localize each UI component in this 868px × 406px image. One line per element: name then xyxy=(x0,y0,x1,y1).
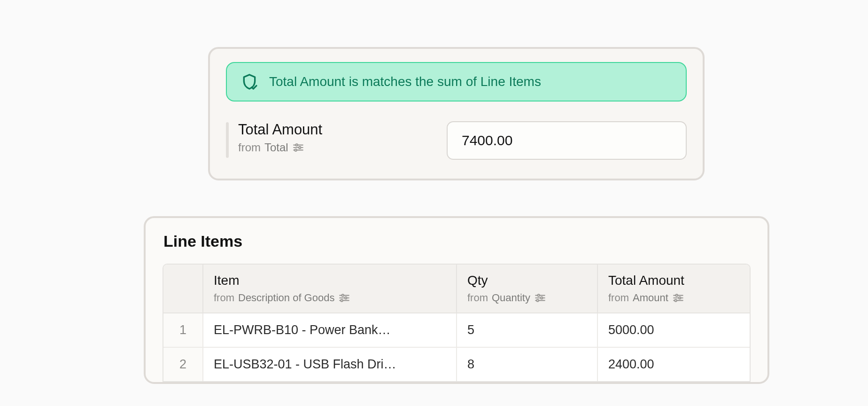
source-name: Amount xyxy=(633,292,668,304)
total-amount-input[interactable] xyxy=(447,121,687,160)
line-items-table: Item from Description of Goods xyxy=(163,264,751,382)
total-amount-label: Total Amount xyxy=(238,121,322,138)
cell-item[interactable]: EL-USB32-01 - USB Flash Dri… xyxy=(203,347,457,381)
svg-point-7 xyxy=(342,294,344,296)
svg-point-3 xyxy=(299,147,301,148)
total-card: Total Amount is matches the sum of Line … xyxy=(208,47,705,180)
svg-point-1 xyxy=(295,144,297,146)
col-header-item: Item from Description of Goods xyxy=(203,265,457,313)
col-header-amount: Total Amount from Amount xyxy=(597,265,750,313)
source-prefix: from xyxy=(467,292,488,304)
cell-qty[interactable]: 5 xyxy=(457,313,597,347)
total-amount-source[interactable]: from Total xyxy=(238,141,322,154)
cell-amount[interactable]: 2400.00 xyxy=(597,347,750,381)
svg-point-13 xyxy=(538,294,540,296)
col-title-amount: Total Amount xyxy=(608,273,739,288)
row-index: 1 xyxy=(163,313,203,347)
svg-point-15 xyxy=(541,297,542,299)
cell-amount[interactable]: 5000.00 xyxy=(597,313,750,347)
col-source-qty[interactable]: from Quantity xyxy=(467,292,587,304)
source-name: Quantity xyxy=(492,292,530,304)
svg-point-11 xyxy=(341,299,343,301)
validation-message: Total Amount is matches the sum of Line … xyxy=(269,74,541,89)
sliders-icon xyxy=(292,141,304,154)
table-row[interactable]: 1 EL-PWRB-B10 - Power Bank… 5 5000.00 xyxy=(163,313,750,347)
svg-point-5 xyxy=(294,149,296,151)
col-source-amount[interactable]: from Amount xyxy=(608,292,739,304)
validation-alert: Total Amount is matches the sum of Line … xyxy=(226,62,687,102)
svg-point-19 xyxy=(675,294,677,296)
source-name: Total xyxy=(264,141,288,154)
col-header-qty: Qty from Quantity xyxy=(457,265,597,313)
line-items-card: Line Items Item from Description of Good… xyxy=(144,216,769,384)
row-index: 2 xyxy=(163,347,203,381)
col-title-item: Item xyxy=(214,273,446,288)
col-source-item[interactable]: from Description of Goods xyxy=(214,292,446,304)
svg-point-23 xyxy=(674,299,676,301)
total-amount-field: Total Amount from Total xyxy=(226,121,687,160)
sliders-icon xyxy=(672,292,684,304)
svg-point-9 xyxy=(345,297,347,299)
line-items-title: Line Items xyxy=(163,232,751,250)
sliders-icon xyxy=(534,292,546,304)
col-header-index xyxy=(163,265,203,313)
cell-item[interactable]: EL-PWRB-B10 - Power Bank… xyxy=(203,313,457,347)
field-indicator-bar xyxy=(226,122,229,158)
cell-qty[interactable]: 8 xyxy=(457,347,597,381)
source-prefix: from xyxy=(214,292,234,304)
table-row[interactable]: 2 EL-USB32-01 - USB Flash Dri… 8 2400.00 xyxy=(163,347,750,381)
col-title-qty: Qty xyxy=(467,273,587,288)
svg-point-21 xyxy=(679,297,681,299)
source-name: Description of Goods xyxy=(238,292,334,304)
svg-point-17 xyxy=(536,299,538,301)
sliders-icon xyxy=(338,292,350,304)
source-prefix: from xyxy=(238,141,261,154)
shield-check-icon xyxy=(240,72,259,91)
source-prefix: from xyxy=(608,292,629,304)
